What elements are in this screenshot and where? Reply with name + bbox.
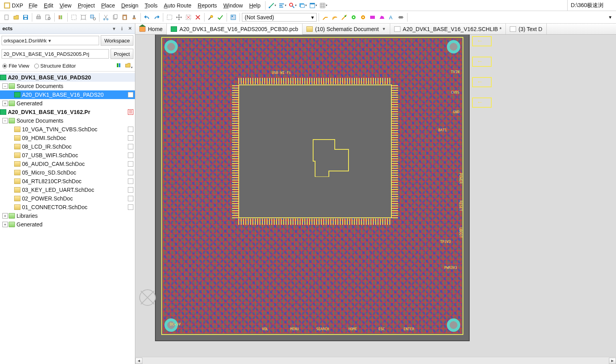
route-2-icon[interactable] [330,13,339,22]
project-tree[interactable]: A20_DVK1_BASE_V16_PADS20 − Source Docume… [0,72,135,364]
align-tool[interactable]: ▾ [278,1,287,10]
expand-icon[interactable]: + [2,222,8,227]
refresh-icon[interactable] [116,62,122,70]
library-icon[interactable] [57,13,65,22]
tree-schdoc[interactable]: 01_CONNECTOR.SchDoc [0,203,135,211]
tree-schdoc[interactable]: 04_RTL8210CP.SchDoc [0,177,135,186]
menu-file[interactable]: File [26,1,41,10]
project-field[interactable]: 20_DVK1_BASE_V16_PADS2005.Prj [2,49,109,59]
zoom-area-icon[interactable] [70,13,78,22]
tab-pcb[interactable]: A20_DVK1_BASE_V16_PADS2005_PCB30.pcb [167,24,302,35]
check-icon[interactable] [216,13,225,22]
more-dropdown-icon[interactable]: ▾ [607,13,614,22]
tab-schematic[interactable]: (10) Schematic Document▼ [302,24,390,34]
drawline-tool[interactable]: ▾ [267,1,277,10]
tree-schdoc[interactable]: 06_AUDIO_CAM.SchDoc [0,160,135,168]
chevron-down-icon[interactable]: ▼ [382,27,386,31]
menu-design[interactable]: Design [118,1,142,10]
preview-icon[interactable] [44,13,52,22]
new-icon[interactable] [2,13,11,22]
menu-view[interactable]: View [57,1,75,10]
layers-tool[interactable]: ▾ [298,1,308,10]
tree-libraries[interactable]: + Libraries [0,211,135,220]
pin-icon[interactable] [119,26,125,31]
tree-project-1[interactable]: A20_DVK1_BASE_V16_PADS20 [0,73,135,82]
pcb-board[interactable]: USB WI-Fi TVIN CVBS GND BAT1 POWER RESET… [155,35,470,341]
stamp-icon[interactable] [130,13,138,22]
menu-window[interactable]: Window [220,1,246,10]
tree-schdoc[interactable]: 08_LCD_IR.SchDoc [0,142,135,151]
menu-place[interactable]: Place [98,1,118,10]
scroll-left-icon[interactable]: ◄ [135,358,142,364]
tree-source-docs-1[interactable]: − Source Documents [0,82,135,90]
undo-icon[interactable] [143,13,151,22]
scroll-right-icon[interactable]: ► [609,358,616,364]
tree-schdoc[interactable]: 05_Micro_SD.SchDoc [0,168,135,177]
layer-combo[interactable]: (Not Saved) ▾ [242,13,317,22]
tree-schdoc[interactable]: 10_VGA_TVIN_CVBS.SchDoc [0,125,135,134]
browse-icon[interactable] [229,13,238,22]
route-3-icon[interactable] [340,13,349,22]
pcb-canvas-viewport[interactable]: USB WI-Fi TVIN CVBS GND BAT1 POWER RESET… [135,35,616,357]
dropdown-icon[interactable]: ▼ [111,26,117,31]
poly-icon[interactable] [378,13,386,22]
fill-icon[interactable] [368,13,377,22]
open-icon[interactable] [12,13,20,22]
tree-pcb-doc[interactable]: A20_DVK1_BASE_V16_PADS20 [0,90,135,99]
paste-icon[interactable] [120,13,129,22]
menu-tools[interactable]: Tools [142,1,161,10]
workspace-combo[interactable]: orkspace1.DsnWrk ▾ [2,36,99,45]
tree-project-2[interactable]: A20_DVK1_BASE_V16_V162.Pr [0,108,135,116]
menu-project[interactable]: Project [75,1,98,10]
move-icon[interactable] [175,13,183,22]
copy-icon[interactable] [111,13,120,22]
via-icon[interactable] [349,13,358,22]
component-icon[interactable] [397,13,405,22]
options-icon[interactable]: ▾ [125,62,133,70]
zoom-fit-icon[interactable] [79,13,88,22]
find-tool[interactable]: ▾ [288,1,297,10]
tab-schlib[interactable]: A20_DVK1_BASE_V16_V162.SCHLIB * [390,24,506,34]
selection-outline[interactable] [309,132,352,177]
tree-generated-1[interactable]: + Generated [0,99,135,108]
route-1-icon[interactable] [321,13,330,22]
zoom-sel-icon[interactable] [89,13,97,22]
project-button[interactable]: Project [111,49,133,59]
tab-text[interactable]: (3) Text D [506,24,546,34]
redo-icon[interactable] [152,13,161,22]
print-icon[interactable] [34,13,43,22]
close-icon[interactable]: ✕ [127,26,133,31]
tree-schdoc[interactable]: 03_KEY_LED_UART.SchDoc [0,186,135,194]
tree-schdoc[interactable]: 02_POWER.SchDoc [0,194,135,203]
text-icon[interactable]: A [387,13,396,22]
tree-source-docs-2[interactable]: − Source Documents [0,116,135,125]
expand-icon[interactable]: + [2,213,8,219]
tree-schdoc[interactable]: 07_USB_WIFI.SchDoc [0,151,135,160]
collapse-icon[interactable]: − [2,118,8,123]
cut-icon[interactable] [101,13,110,22]
structure-editor-radio[interactable]: Structure Editor [34,63,76,69]
scroll-track[interactable] [142,358,609,364]
menu-help[interactable]: Help [246,1,264,10]
tree-schdoc[interactable]: 09_HDMI.SchDoc [0,134,135,142]
via2-icon[interactable] [359,13,367,22]
workspace-button[interactable]: Workspace [101,35,133,46]
clear-icon[interactable] [194,13,202,22]
menu-autoroute[interactable]: Auto Route [161,1,195,10]
dxp-menu[interactable]: DXP [2,2,26,9]
horizontal-scrollbar[interactable]: ◄ ► [135,357,616,364]
grid-tool[interactable]: ▾ [319,1,328,10]
menu-reports[interactable]: Reports [195,1,220,10]
expand-icon[interactable]: + [2,101,8,106]
dxp-icon [4,2,10,9]
tab-home[interactable]: Home [135,24,167,34]
menu-edit[interactable]: Edit [41,1,56,10]
file-view-radio[interactable]: File View [2,63,30,69]
select-rect-icon[interactable] [165,13,174,22]
collapse-icon[interactable]: − [2,83,8,89]
tree-generated-2[interactable]: + Generated [0,220,135,229]
deselect-icon[interactable] [184,13,193,22]
crossprobe-icon[interactable] [207,13,215,22]
save-icon[interactable] [21,13,30,22]
window-tool[interactable]: ▾ [308,1,318,10]
